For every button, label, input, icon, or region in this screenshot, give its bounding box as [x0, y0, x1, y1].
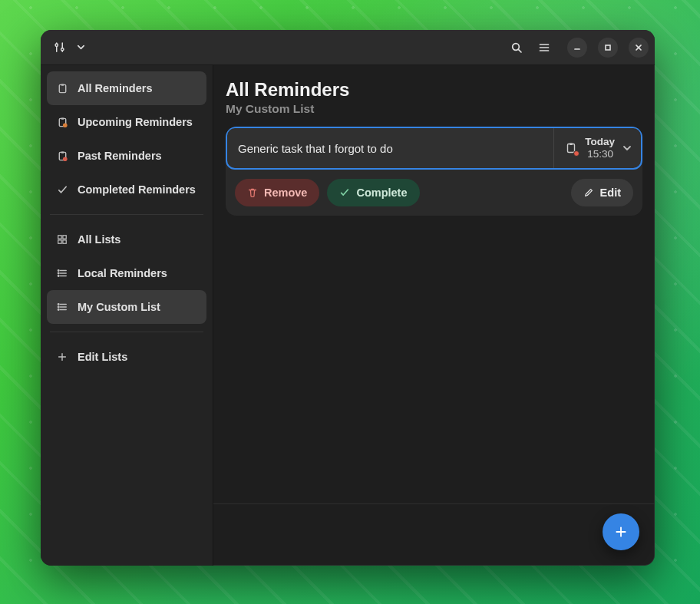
svg-rect-16 [61, 117, 64, 119]
svg-point-20 [62, 157, 67, 161]
reminder-row[interactable]: Generic task that I forgot to do Today 1… [226, 127, 642, 170]
close-icon [634, 43, 643, 52]
sidebar-separator [50, 214, 203, 215]
svg-point-17 [62, 123, 67, 127]
due-line1: Today [585, 136, 615, 148]
maximize-icon [603, 43, 612, 52]
sidebar-item-my-custom-list[interactable]: My Custom List [47, 290, 206, 324]
sidebar-item-label: All Lists [78, 233, 121, 246]
svg-point-35 [58, 306, 59, 308]
dropdown-button[interactable] [71, 35, 90, 60]
grid-icon [56, 233, 68, 246]
reminder-card: Generic task that I forgot to do Today 1… [226, 127, 642, 216]
sidebar-item-upcoming[interactable]: Upcoming Reminders [47, 105, 206, 139]
minimize-icon [573, 43, 582, 52]
clipboard-upcoming-icon [56, 116, 68, 128]
sidebar-item-label: All Reminders [78, 82, 153, 94]
close-button[interactable] [629, 38, 649, 58]
chevron-down-icon [77, 43, 85, 51]
main-content: All Reminders My Custom List Generic tas… [213, 65, 655, 566]
page-subtitle: My Custom List [226, 102, 642, 116]
reminder-due-button[interactable]: Today 15:30 [553, 128, 641, 168]
list-icon [56, 301, 68, 313]
complete-label: Complete [356, 186, 407, 199]
svg-point-2 [55, 44, 58, 46]
reminder-title: Generic task that I forgot to do [227, 128, 553, 168]
trash-icon [247, 187, 258, 198]
content-divider [213, 503, 655, 504]
svg-point-28 [58, 270, 59, 272]
list-icon [56, 267, 68, 279]
sidebar-separator [50, 332, 203, 332]
remove-button[interactable]: Remove [235, 179, 319, 206]
svg-rect-19 [61, 151, 64, 153]
plus-icon [614, 525, 628, 539]
sidebar: All Reminders Upcoming Reminders Past Re… [41, 65, 213, 566]
clipboard-icon [56, 82, 68, 94]
sidebar-item-label: Upcoming Reminders [78, 116, 193, 128]
svg-point-3 [61, 48, 63, 51]
page-title: All Reminders [226, 79, 642, 101]
svg-rect-14 [61, 84, 64, 85]
edit-label: Edit [600, 186, 621, 199]
remove-label: Remove [264, 186, 307, 199]
sidebar-item-label: Edit Lists [78, 351, 127, 363]
hamburger-icon [538, 41, 550, 54]
sidebar-item-all-lists[interactable]: All Lists [47, 223, 206, 256]
svg-line-5 [518, 49, 521, 52]
sidebar-item-all-reminders[interactable]: All Reminders [47, 71, 206, 105]
reminder-due-text: Today 15:30 [585, 136, 615, 160]
minimize-button[interactable] [567, 38, 587, 58]
sidebar-item-label: Local Reminders [78, 267, 167, 279]
check-icon [56, 183, 68, 196]
reminder-action-row: Remove Complete Edit [226, 170, 642, 216]
add-reminder-fab[interactable] [603, 513, 639, 550]
sliders-icon [54, 41, 65, 53]
complete-button[interactable]: Complete [327, 179, 419, 206]
plus-icon [56, 351, 68, 363]
app-window: All Reminders Upcoming Reminders Past Re… [41, 30, 655, 566]
sidebar-item-completed[interactable]: Completed Reminders [47, 173, 206, 206]
svg-rect-13 [59, 84, 65, 92]
svg-point-29 [58, 272, 59, 274]
sidebar-item-edit-lists[interactable]: Edit Lists [47, 340, 206, 374]
sidebar-item-label: Completed Reminders [78, 183, 196, 196]
clipboard-past-icon [56, 150, 68, 162]
svg-rect-22 [63, 236, 66, 239]
pencil-icon [583, 187, 594, 198]
due-line2: 15:30 [587, 148, 615, 160]
svg-point-36 [58, 309, 59, 311]
hamburger-menu-button[interactable] [532, 35, 556, 60]
check-icon [339, 187, 350, 198]
chevron-down-icon [622, 144, 632, 153]
svg-rect-23 [58, 240, 61, 243]
maximize-button[interactable] [598, 38, 618, 58]
sidebar-item-local-reminders[interactable]: Local Reminders [47, 256, 206, 290]
svg-point-34 [58, 304, 59, 305]
sidebar-item-label: Past Reminders [78, 150, 162, 162]
sidebar-item-past[interactable]: Past Reminders [47, 139, 206, 173]
titlebar-left-group [47, 35, 90, 60]
svg-point-30 [58, 276, 59, 277]
clipboard-alert-icon [565, 142, 577, 154]
settings-icon-button[interactable] [47, 35, 71, 60]
svg-rect-21 [58, 236, 61, 239]
search-icon [510, 41, 523, 54]
svg-rect-10 [606, 45, 610, 50]
edit-button[interactable]: Edit [571, 179, 633, 206]
titlebar [41, 30, 655, 65]
sidebar-item-label: My Custom List [78, 301, 160, 313]
svg-rect-40 [570, 144, 573, 146]
search-button[interactable] [504, 35, 529, 60]
svg-rect-24 [63, 240, 66, 243]
